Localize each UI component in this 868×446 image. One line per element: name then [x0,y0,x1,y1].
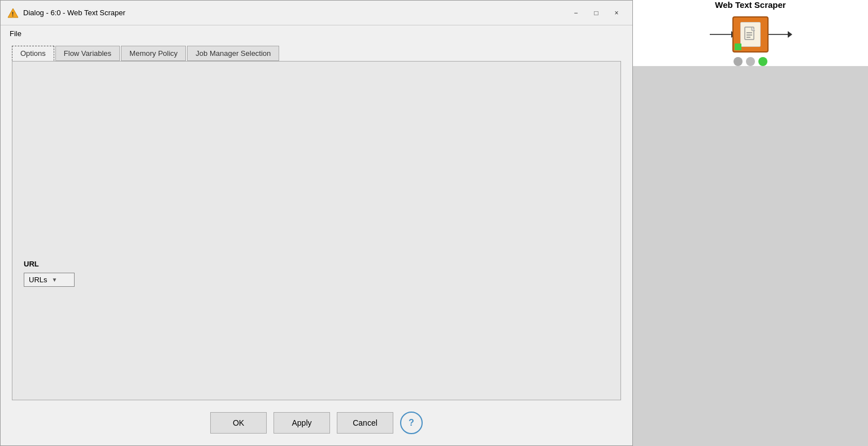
tabs-container: Options Flow Variables Memory Policy Job… [1,41,632,61]
dialog-window: ! Dialog - 6:0 - Web Text Scraper − □ × … [0,0,633,446]
minimize-button[interactable]: − [567,6,585,20]
status-dot-1 [734,57,743,66]
url-dropdown-arrow-icon: ▼ [52,277,58,283]
title-bar: ! Dialog - 6:0 - Web Text Scraper − □ × [1,1,632,25]
status-dot-2 [746,57,755,66]
svg-text:!: ! [12,11,14,18]
node-connector-right [769,34,791,35]
maximize-button[interactable]: □ [587,6,605,20]
url-label: URL [24,260,75,268]
tab-flow-variables[interactable]: Flow Variables [55,46,120,61]
ok-button[interactable]: OK [210,412,267,434]
node-connector-left [710,34,732,35]
tab-memory-policy[interactable]: Memory Policy [121,46,186,61]
tab-options[interactable]: Options [12,46,54,61]
node-box-inner [740,22,761,47]
node-label: Web Text Scraper [715,0,785,10]
title-bar-title: Dialog - 6:0 - Web Text Scraper [23,8,125,17]
menu-bar: File [1,25,632,41]
tab-job-manager[interactable]: Job Manager Selection [187,46,279,61]
content-panel: URL URLs ▼ [12,61,621,400]
apply-button[interactable]: Apply [274,412,330,434]
node-container [710,16,791,53]
node-box[interactable] [732,16,769,53]
status-dot-3 [758,57,767,66]
close-button[interactable]: × [607,6,626,20]
url-dropdown-value: URLs [29,276,47,284]
menu-file[interactable]: File [5,28,26,39]
cancel-button[interactable]: Cancel [337,412,393,434]
url-section: URL URLs ▼ [24,260,75,287]
tabs: Options Flow Variables Memory Policy Job… [12,46,621,61]
node-status-bar [734,57,767,66]
canvas-area: Web Text Scraper [633,0,868,66]
title-bar-left: ! Dialog - 6:0 - Web Text Scraper [7,7,125,19]
document-icon [744,27,757,42]
warning-icon: ! [7,7,19,19]
url-dropdown[interactable]: URLs ▼ [24,273,75,287]
buttons-area: OK Apply Cancel ? [1,400,632,445]
help-button[interactable]: ? [400,412,423,434]
title-bar-controls: − □ × [567,6,626,20]
node-status-indicator [735,43,741,50]
